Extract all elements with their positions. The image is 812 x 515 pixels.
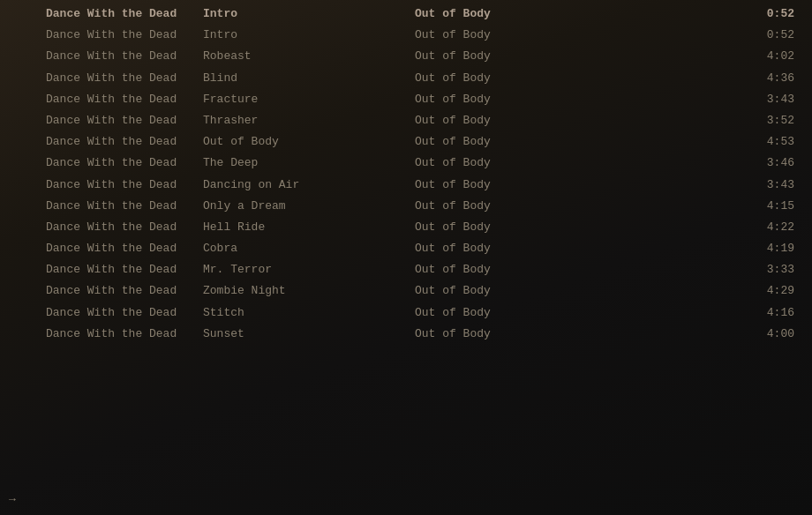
track-artist: Dance With the Dead xyxy=(0,220,194,235)
track-album: Out of Body xyxy=(406,326,759,342)
track-album: Out of Body xyxy=(406,177,759,193)
table-row[interactable]: Dance With the DeadThrasherOut of Body3:… xyxy=(0,110,812,131)
track-title: Hell Ride xyxy=(194,220,406,235)
track-album: Out of Body xyxy=(406,283,759,299)
table-row[interactable]: Dance With the DeadThe DeepOut of Body3:… xyxy=(0,153,812,174)
track-duration: 0:52 xyxy=(759,27,812,43)
track-album: Out of Body xyxy=(406,220,759,235)
arrow-indicator: → xyxy=(9,493,16,506)
track-duration: 4:15 xyxy=(759,198,812,214)
track-duration: 3:43 xyxy=(759,177,812,193)
table-row[interactable]: Dance With the DeadHell RideOut of Body4… xyxy=(0,217,812,238)
track-artist: Dance With the Dead xyxy=(0,198,194,214)
track-duration: 4:02 xyxy=(759,49,812,64)
track-title: The Deep xyxy=(194,155,406,171)
track-title: Only a Dream xyxy=(194,198,406,214)
track-artist: Dance With the Dead xyxy=(0,113,194,129)
table-row[interactable]: Dance With the DeadCobraOut of Body4:19 xyxy=(0,238,812,259)
table-row[interactable]: Dance With the DeadRobeastOut of Body4:0… xyxy=(0,46,812,67)
track-title: Robeast xyxy=(194,49,406,64)
track-duration: 3:43 xyxy=(759,92,812,108)
track-album: Out of Body xyxy=(406,198,759,214)
track-album: Out of Body xyxy=(406,134,759,150)
track-duration: 4:19 xyxy=(759,241,812,257)
track-artist: Dance With the Dead xyxy=(0,326,194,342)
table-row[interactable]: Dance With the DeadDancing on AirOut of … xyxy=(0,175,812,196)
track-duration: 4:53 xyxy=(759,134,812,150)
track-duration: 3:52 xyxy=(759,113,812,129)
track-artist: Dance With the Dead xyxy=(0,283,194,299)
track-album: Out of Body xyxy=(406,92,759,108)
track-title: Mr. Terror xyxy=(194,262,406,278)
track-album: Out of Body xyxy=(406,241,759,257)
track-title: Dancing on Air xyxy=(194,177,406,193)
track-title: Fracture xyxy=(194,92,406,108)
header-album: Out of Body xyxy=(406,6,759,22)
track-duration: 4:22 xyxy=(759,220,812,235)
track-album: Out of Body xyxy=(406,262,759,278)
table-row[interactable]: Dance With the DeadFractureOut of Body3:… xyxy=(0,89,812,110)
track-album: Out of Body xyxy=(406,49,759,64)
track-artist: Dance With the Dead xyxy=(0,305,194,321)
track-artist: Dance With the Dead xyxy=(0,49,194,64)
track-title: Stitch xyxy=(194,305,406,321)
track-title: Thrasher xyxy=(194,113,406,129)
track-title: Cobra xyxy=(194,241,406,257)
track-duration: 4:16 xyxy=(759,305,812,321)
track-duration: 4:36 xyxy=(759,71,812,86)
track-artist: Dance With the Dead xyxy=(0,262,194,278)
track-artist: Dance With the Dead xyxy=(0,92,194,108)
track-title: Zombie Night xyxy=(194,283,406,299)
table-row[interactable]: Dance With the DeadZombie NightOut of Bo… xyxy=(0,280,812,302)
track-list: Dance With the Dead Intro Out of Body 0:… xyxy=(0,0,812,348)
table-row[interactable]: Dance With the DeadSunsetOut of Body4:00 xyxy=(0,324,812,345)
track-artist: Dance With the Dead xyxy=(0,241,194,257)
table-row[interactable]: Dance With the DeadBlindOut of Body4:36 xyxy=(0,68,812,89)
track-album: Out of Body xyxy=(406,305,759,321)
track-artist: Dance With the Dead xyxy=(0,71,194,86)
track-album: Out of Body xyxy=(406,71,759,86)
table-row[interactable]: Dance With the DeadStitchOut of Body4:16 xyxy=(0,302,812,324)
track-duration: 3:33 xyxy=(759,262,812,278)
track-list-header: Dance With the Dead Intro Out of Body 0:… xyxy=(0,4,812,25)
track-title: Blind xyxy=(194,71,406,86)
table-row[interactable]: Dance With the DeadMr. TerrorOut of Body… xyxy=(0,259,812,280)
track-album: Out of Body xyxy=(406,27,759,43)
table-row[interactable]: Dance With the DeadIntroOut of Body0:52 xyxy=(0,25,812,46)
track-artist: Dance With the Dead xyxy=(0,134,194,150)
track-artist: Dance With the Dead xyxy=(0,27,194,43)
table-row[interactable]: Dance With the DeadOnly a DreamOut of Bo… xyxy=(0,196,812,217)
track-artist: Dance With the Dead xyxy=(0,155,194,171)
track-duration: 4:29 xyxy=(759,283,812,299)
track-title: Out of Body xyxy=(194,134,406,150)
track-title: Sunset xyxy=(194,326,406,342)
track-artist: Dance With the Dead xyxy=(0,177,194,193)
track-album: Out of Body xyxy=(406,113,759,129)
header-title: Intro xyxy=(194,6,406,22)
track-title: Intro xyxy=(194,27,406,43)
track-duration: 3:46 xyxy=(759,155,812,171)
track-album: Out of Body xyxy=(406,155,759,171)
header-artist: Dance With the Dead xyxy=(0,6,194,22)
track-duration: 4:00 xyxy=(759,326,812,342)
table-row[interactable]: Dance With the DeadOut of BodyOut of Bod… xyxy=(0,131,812,153)
header-duration: 0:52 xyxy=(759,6,812,22)
